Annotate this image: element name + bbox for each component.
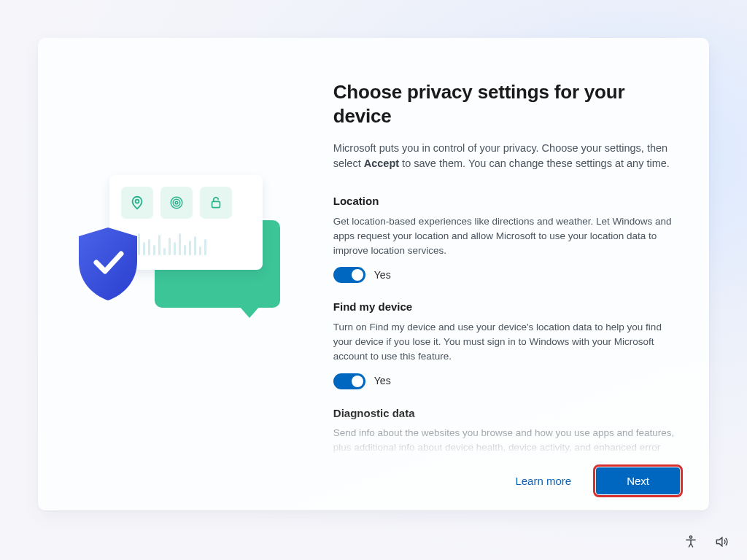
find-my-device-toggle[interactable]: [333, 373, 365, 389]
settings-pane: Choose privacy settings for your device …: [333, 38, 709, 457]
svg-point-5: [689, 536, 692, 538]
intro-text-post: to save them. You can change these setti…: [399, 158, 670, 169]
setting-desc: Get location-based experiences like dire…: [333, 214, 678, 259]
setting-desc: Turn on Find my device and use your devi…: [333, 320, 678, 365]
setting-desc: Send info about the websites you browse …: [333, 426, 678, 457]
lock-icon: [200, 187, 232, 219]
setting-title: Location: [333, 193, 678, 210]
system-tray: [683, 534, 729, 550]
footer-bar: Learn more Next: [38, 457, 709, 510]
svg-point-2: [174, 199, 181, 206]
setting-title: Find my device: [333, 299, 678, 316]
setting-location: Location Get location-based experiences …: [333, 193, 678, 283]
find-my-device-toggle-label: Yes: [374, 373, 391, 389]
location-toggle-label: Yes: [374, 268, 391, 283]
fingerprint-icon: [160, 187, 193, 219]
page-title: Choose privacy settings for your device: [333, 80, 678, 128]
pin-icon: [121, 187, 153, 219]
accessibility-icon[interactable]: [683, 534, 699, 550]
learn-more-button[interactable]: Learn more: [503, 467, 583, 494]
svg-point-3: [176, 201, 179, 204]
shield-check-icon: [73, 225, 143, 303]
settings-list[interactable]: Location Get location-based experiences …: [333, 193, 678, 457]
setting-title: Diagnostic data: [333, 405, 678, 422]
illustration-pane: [38, 38, 333, 457]
page-intro: Microsoft puts you in control of your pr…: [333, 141, 678, 171]
content-row: Choose privacy settings for your device …: [38, 38, 709, 457]
svg-point-0: [136, 199, 139, 203]
volume-icon[interactable]: [713, 534, 729, 550]
setting-diagnostic-data: Diagnostic data Send info about the webs…: [333, 405, 678, 457]
svg-rect-4: [212, 201, 220, 207]
intro-bold: Accept: [364, 158, 399, 169]
setting-find-my-device: Find my device Turn on Find my device an…: [333, 299, 678, 389]
oobe-card: Choose privacy settings for your device …: [38, 38, 709, 510]
next-button[interactable]: Next: [596, 467, 680, 494]
privacy-illustration: [76, 168, 295, 328]
location-toggle[interactable]: [333, 267, 365, 283]
